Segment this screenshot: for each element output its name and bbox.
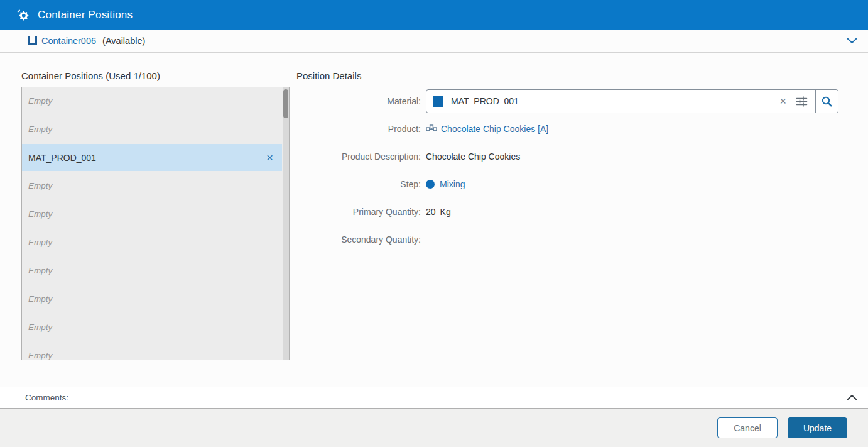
slot-label: Empty (28, 96, 52, 106)
slot-label: Empty (28, 238, 52, 247)
material-field-row: Material: MAT_PROD_001 × (296, 87, 849, 115)
slot-label: Empty (28, 351, 52, 360)
material-search-button[interactable] (815, 90, 838, 113)
position-slot[interactable]: Empty (22, 116, 282, 143)
primary-quantity-label: Primary Quantity: (296, 207, 426, 217)
slot-label: Empty (28, 209, 52, 219)
position-slot[interactable]: Empty (22, 201, 282, 228)
details-heading: Position Details (296, 70, 361, 81)
container-positions-window: Container Positions Container006 (Availa… (0, 0, 868, 447)
material-value-help-input: MAT_PROD_001 × (426, 89, 838, 113)
slot-label: Empty (28, 266, 52, 275)
step-field-row: Step: Mixing (296, 170, 849, 198)
comments-section[interactable]: Comments: (0, 387, 868, 409)
positions-heading: Container Positions (Used 1/100) (21, 70, 160, 81)
product-description-label: Product Description: (296, 152, 426, 162)
position-details-form: Material: MAT_PROD_001 × (296, 87, 849, 253)
chevron-up-icon[interactable] (846, 394, 858, 401)
product-description-field-row: Product Description: Chocolate Chip Cook… (296, 143, 849, 170)
remove-material-icon[interactable]: × (266, 152, 273, 163)
update-button[interactable]: Update (788, 417, 847, 438)
product-link[interactable]: Chocolate Chip Cookies [A] (441, 124, 548, 134)
action-footer: Cancel Update (0, 409, 868, 447)
position-slot[interactable]: Empty (22, 257, 282, 284)
main-content: Container Positions (Used 1/100) Empty E… (0, 53, 868, 387)
secondary-quantity-label: Secondary Quantity: (296, 235, 426, 245)
primary-quantity-value: 20 (426, 207, 436, 217)
slot-label: Empty (28, 323, 52, 332)
slot-label: Empty (28, 181, 52, 190)
position-slot[interactable]: Empty (22, 172, 282, 199)
slot-label: MAT_PROD_001 (28, 153, 96, 163)
positions-rows: Empty Empty MAT_PROD_001 × Empty Empty E… (22, 87, 282, 360)
position-slot[interactable]: Empty (22, 87, 282, 114)
step-label: Step: (296, 179, 426, 189)
secondary-quantity-field-row: Secondary Quantity: (296, 226, 849, 253)
primary-quantity-field-row: Primary Quantity: 20 Kg (296, 198, 849, 226)
product-field-row: Product: Chocolate Chip Cookies [A] (296, 115, 849, 143)
container-header: Container006 (Available) (0, 30, 868, 53)
container-status: (Available) (102, 36, 145, 46)
step-link[interactable]: Mixing (440, 179, 465, 189)
product-label: Product: (296, 124, 426, 134)
value-help-settings-icon[interactable] (796, 96, 808, 107)
position-slot[interactable]: Empty (22, 342, 282, 360)
primary-quantity-uom: Kg (440, 207, 451, 217)
scrollbar-thumb[interactable] (283, 89, 288, 118)
comments-label: Comments: (25, 393, 68, 402)
page-title: Container Positions (38, 9, 133, 21)
slot-label: Empty (28, 124, 52, 134)
position-slot-selected[interactable]: MAT_PROD_001 × (22, 144, 282, 171)
position-slot[interactable]: Empty (22, 229, 282, 256)
operations-gear-icon (16, 8, 30, 21)
search-icon (821, 96, 833, 108)
product-description-value: Chocolate Chip Cookies (426, 152, 520, 162)
cancel-button[interactable]: Cancel (717, 417, 778, 438)
step-status-icon (426, 180, 435, 189)
material-label: Material: (296, 96, 426, 106)
list-scrollbar[interactable] (283, 87, 289, 360)
position-slot[interactable]: Empty (22, 285, 282, 312)
clear-material-icon[interactable]: × (779, 96, 786, 107)
material-input-area[interactable]: MAT_PROD_001 × (426, 90, 815, 113)
positions-list: Empty Empty MAT_PROD_001 × Empty Empty E… (21, 87, 290, 360)
title-bar: Container Positions (0, 0, 868, 30)
slot-label: Empty (28, 294, 52, 304)
material-icon (433, 96, 443, 107)
material-input[interactable]: MAT_PROD_001 (451, 96, 779, 106)
container-link[interactable]: Container006 (41, 36, 96, 46)
position-slot[interactable]: Empty (22, 314, 282, 341)
chevron-down-icon[interactable] (846, 37, 858, 44)
container-icon (28, 36, 37, 45)
product-bom-icon (426, 124, 437, 134)
